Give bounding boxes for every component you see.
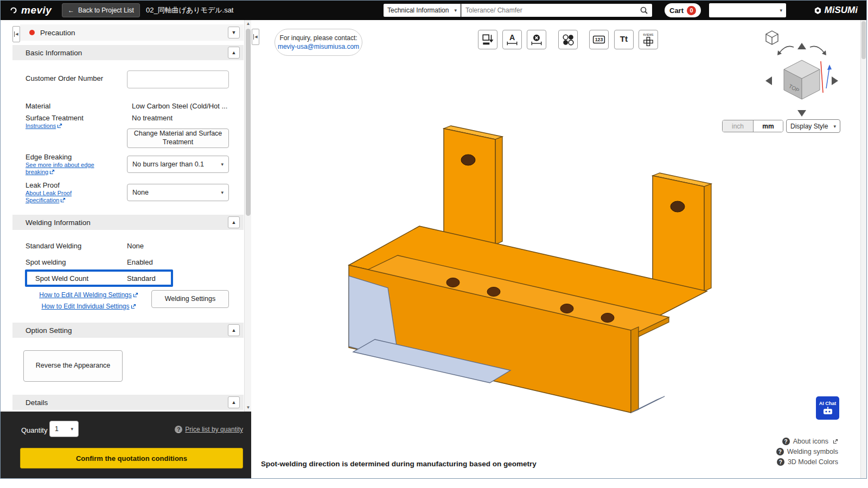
external-link-icon — [60, 197, 66, 203]
question-icon: ? — [175, 426, 182, 433]
page-scrollbar-thumb[interactable] — [861, 21, 866, 59]
model-right-tab — [653, 176, 704, 291]
rotate-right-icon[interactable] — [810, 46, 826, 55]
edit-individual-welding-link[interactable]: How to Edit Individual Settings — [28, 303, 150, 310]
precaution-expand-button[interactable]: ▼ — [228, 27, 240, 38]
technical-information-dropdown[interactable]: Technical Information ▾ — [384, 4, 461, 17]
customer-order-number-label: Customer Order Number — [25, 74, 103, 82]
viewer-area: ◀ For inquiry, please contact: meviy-usa… — [251, 20, 862, 479]
meviy-logo-text: meviy — [21, 4, 52, 16]
six-views-button[interactable]: 6VIEWS — [639, 30, 658, 49]
rotate-down-arrow[interactable] — [797, 110, 806, 117]
external-link-icon — [49, 169, 55, 175]
details-collapse-button[interactable]: ▲ — [228, 396, 240, 408]
back-to-project-list-button[interactable]: ← Back to Project List — [62, 3, 140, 17]
panel-collapse-handle[interactable]: ◀ — [252, 29, 259, 45]
isometric-view-icon[interactable] — [766, 31, 778, 44]
sidebar-collapse-handle[interactable]: ◀ — [12, 26, 20, 42]
precaution-row: Precaution ▼ — [20, 24, 244, 41]
leak-proof-select[interactable]: None ▾ — [127, 184, 229, 201]
details-header: Details ▲ — [12, 395, 244, 410]
quantity-label: Quantity — [21, 426, 47, 434]
rotate-left-icon[interactable] — [777, 46, 794, 55]
edit-all-welding-link[interactable]: How to Edit All Welding Settings — [28, 291, 150, 299]
caret-down-icon: ▼ — [232, 30, 237, 35]
quotation-sidebar: ◀ Precaution ▼ Basic Information ▲ Custo… — [1, 20, 244, 412]
basic-information-collapse-button[interactable]: ▲ — [228, 47, 240, 59]
unit-mm-button[interactable]: mm — [753, 120, 783, 132]
view-cube[interactable]: TOP — [784, 60, 820, 99]
collapse-left-icon: ◀ — [15, 32, 18, 36]
question-icon: ? — [776, 448, 784, 455]
caret-up-icon: ▲ — [232, 220, 237, 225]
chevron-down-icon: ▾ — [780, 8, 782, 13]
delete-dimension-button[interactable] — [527, 30, 546, 49]
rotate-left-arrow[interactable] — [765, 76, 772, 85]
external-link-icon — [57, 123, 62, 129]
reverse-appearance-button[interactable]: Reverse the Appearance — [23, 350, 123, 382]
about-icons-link[interactable]: ? About icons — [782, 438, 838, 445]
svg-text:6VIEWS: 6VIEWS — [643, 33, 654, 36]
rotate-right-arrow[interactable] — [832, 76, 838, 85]
caret-up-icon: ▲ — [232, 400, 237, 405]
six-views-icon: 6VIEWS — [642, 33, 655, 46]
hole-recognition-icon — [561, 33, 575, 46]
3d-model-viewport[interactable] — [327, 113, 739, 417]
chevron-down-icon: ▾ — [221, 190, 224, 195]
search-input[interactable] — [465, 7, 640, 14]
display-style-dropdown[interactable]: Display Style ▾ — [786, 119, 840, 133]
spot-welding-label: Spot welding — [25, 258, 66, 266]
help-links: ? About icons ? Welding symbols ? 3D Mod… — [776, 438, 838, 466]
account-dropdown[interactable]: ▾ — [709, 3, 786, 17]
option-setting-collapse-button[interactable]: ▲ — [228, 324, 240, 336]
quantity-select[interactable]: 1 ▾ — [49, 421, 79, 437]
search-box — [461, 4, 652, 17]
instructions-link[interactable]: Instructions — [25, 123, 62, 130]
edge-breaking-info-link[interactable]: See more info about edge breaking — [25, 162, 115, 176]
meviy-logo[interactable]: meviy — [8, 1, 52, 20]
welding-symbols-link[interactable]: ? Welding symbols — [776, 448, 838, 455]
cart-button[interactable]: Cart 0 — [665, 3, 701, 17]
misumi-logo: MiSUMi — [814, 1, 858, 20]
meviy-logo-icon — [8, 7, 19, 14]
chevron-down-icon: ▾ — [833, 124, 836, 129]
confirm-quotation-button[interactable]: Confirm the quotation conditions — [20, 448, 243, 468]
external-link-icon — [131, 304, 136, 309]
svg-text:123: 123 — [595, 37, 603, 42]
top-bar: meviy ← Back to Project List 02_同軸曲げありモデ… — [1, 1, 866, 20]
numbering-button[interactable]: 123 — [589, 30, 609, 49]
scrollbar-thumb[interactable] — [246, 29, 251, 216]
contact-email-link[interactable]: meviy-usa@misumiusa.com — [278, 43, 359, 50]
hole-recognition-button[interactable] — [558, 30, 578, 49]
model-hole — [446, 278, 459, 287]
z-axis-arrowhead — [827, 65, 832, 70]
standard-welding-label: Standard Welding — [25, 242, 81, 250]
rotate-up-arrow[interactable] — [797, 43, 806, 49]
welding-information-collapse-button[interactable]: ▲ — [228, 216, 240, 228]
spot-weld-count-label: Spot Weld Count — [35, 274, 88, 282]
sidebar-scrollbar[interactable]: ▲ ▼ — [244, 20, 251, 412]
leak-proof-spec-link[interactable]: About Leak Proof Specification — [25, 190, 85, 204]
spot-weld-count-row[interactable]: Spot Weld Count Standard — [25, 269, 173, 287]
model-colors-link[interactable]: ? 3D Model Colors — [777, 458, 838, 466]
basic-information-header: Basic Information ▲ — [12, 45, 244, 60]
dimension-text-button[interactable]: A — [502, 30, 522, 49]
text-size-button[interactable]: Tt — [614, 30, 634, 49]
back-arrow-icon: ← — [68, 7, 74, 14]
model-left-tab — [444, 129, 495, 245]
edge-breaking-select[interactable]: No burrs larger than 0.1 ▾ — [127, 156, 229, 173]
ai-chat-button[interactable]: AI Chat — [816, 396, 839, 420]
model-hole — [487, 287, 500, 297]
search-icon[interactable] — [640, 6, 648, 15]
question-icon: ? — [777, 458, 784, 466]
option-setting-header: Option Setting ▲ — [12, 323, 244, 338]
replace-part-button[interactable] — [478, 30, 497, 49]
spot-welding-note: Spot-welding direction is determined dur… — [261, 460, 537, 468]
welding-settings-button[interactable]: Welding Settings — [151, 290, 229, 308]
change-material-button[interactable]: Change Material and Surface Treatment — [127, 129, 229, 148]
price-list-link[interactable]: ? Price list by quantity — [175, 426, 243, 433]
page-scrollbar[interactable] — [860, 20, 866, 479]
misumi-bolt-icon — [814, 7, 822, 15]
customer-order-number-input[interactable] — [127, 70, 229, 88]
model-hole — [601, 313, 614, 323]
